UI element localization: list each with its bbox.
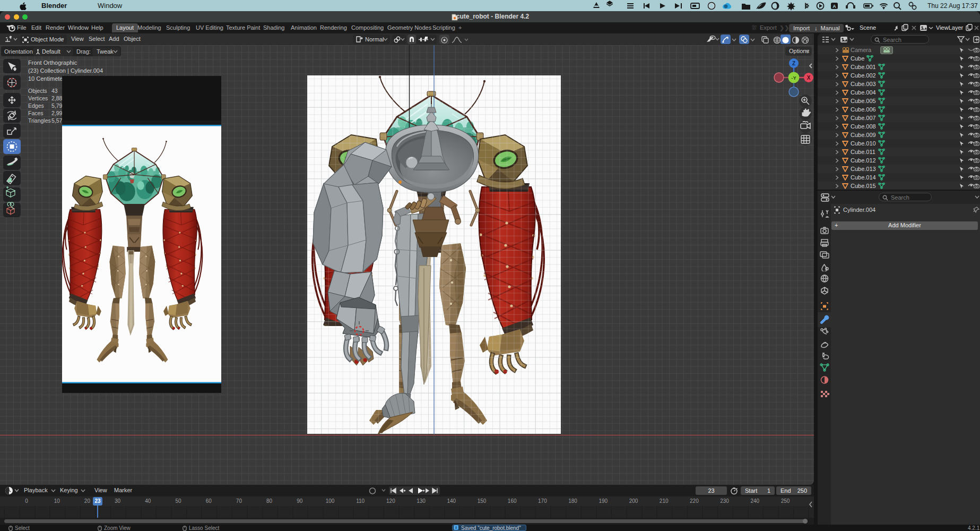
- svg-text:-Y: -Y: [791, 75, 796, 81]
- svg-text:X: X: [807, 75, 811, 81]
- svg-text:A: A: [832, 4, 836, 9]
- svg-text:Z: Z: [792, 61, 795, 66]
